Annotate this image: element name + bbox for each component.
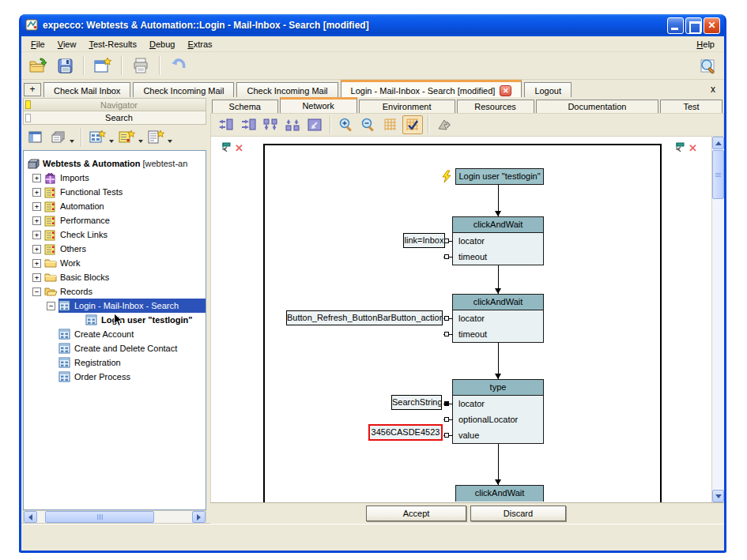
scroll-left-icon[interactable]	[24, 511, 37, 523]
pin-icon[interactable]	[444, 316, 449, 321]
delete-icon[interactable]: ✕	[235, 143, 243, 153]
canvas-v-scrollbar[interactable]	[711, 137, 724, 502]
step-block-clickandwait-1[interactable]: clickAndWait locator timeout	[452, 216, 544, 265]
search-bar[interactable]: Search	[23, 111, 206, 125]
editor-tab-environment[interactable]: Environment	[359, 100, 455, 113]
tree-item-main[interactable]: Create Account	[58, 327, 206, 341]
menu-help[interactable]: Help	[690, 38, 721, 51]
tree-item-main[interactable]: Webtests & Automation [webtest-an	[27, 156, 206, 171]
scroll-down-icon[interactable]	[712, 490, 724, 502]
tree-item[interactable]: Registration	[24, 355, 206, 370]
minimize-button[interactable]	[667, 17, 684, 34]
pin-icon[interactable]	[444, 417, 449, 422]
tree-item[interactable]: +Check Links	[24, 227, 206, 242]
pin-value-label-highlighted[interactable]: 3456CASDE4523	[368, 424, 443, 441]
pin-icon[interactable]	[444, 433, 449, 438]
undo-icon[interactable]	[167, 54, 191, 77]
new-document-dropdown-icon[interactable]	[168, 140, 172, 143]
step-block-clickandwait-2[interactable]: clickAndWait locator timeout	[452, 294, 544, 343]
tree-item[interactable]: Create and Delete Contact	[24, 341, 206, 355]
document-tab[interactable]: Logout	[524, 82, 572, 97]
new-document-icon[interactable]	[146, 128, 167, 147]
document-tab[interactable]: Login - Mail-Inbox - Search [modified]✕	[341, 80, 523, 97]
document-tab[interactable]: Check Incoming Mail	[236, 82, 338, 97]
tree-item[interactable]: +Automation	[24, 199, 206, 213]
step-block-type[interactable]: type locator optionalLocator value	[452, 379, 544, 444]
stamp-icon[interactable]	[434, 115, 455, 134]
tree-item-main[interactable]: Functional Tests	[44, 185, 206, 199]
save-icon[interactable]	[53, 54, 77, 77]
tabrow-close-button[interactable]: x	[711, 84, 722, 97]
tree-item-main[interactable]: Order Process	[58, 370, 206, 384]
tree-item[interactable]: +Basic Blocks	[24, 270, 206, 284]
layers-icon[interactable]	[48, 128, 69, 147]
search-icon[interactable]	[696, 54, 719, 77]
expand-icon[interactable]: +	[32, 259, 41, 268]
navigator-header[interactable]: Navigator	[23, 98, 206, 111]
tree-item[interactable]: −Login - Mail-Inbox - Search	[24, 299, 206, 313]
titlebar[interactable]: expecco: Webtests & Automation::Login - …	[21, 14, 724, 36]
export-pins-icon[interactable]	[282, 115, 303, 134]
pin-icon[interactable]	[444, 332, 449, 336]
navigator-h-scrollbar[interactable]	[23, 510, 206, 524]
expand-icon[interactable]: +	[32, 245, 41, 254]
panel-view-icon[interactable]	[25, 128, 46, 147]
delete-icon[interactable]: ✕	[689, 143, 697, 153]
print-icon[interactable]	[129, 54, 153, 77]
open-icon[interactable]	[26, 54, 50, 77]
layers-dropdown-icon[interactable]	[70, 140, 74, 143]
editor-tab-resources[interactable]: Resources	[457, 100, 534, 113]
pan-icon[interactable]	[674, 142, 685, 154]
snap-to-grid-icon[interactable]	[402, 115, 423, 134]
pin-icon[interactable]	[444, 401, 449, 406]
new-window-icon[interactable]	[91, 54, 115, 77]
network-canvas[interactable]: ✕ ✕	[210, 137, 724, 502]
document-tab[interactable]: Check Incoming Mail	[133, 82, 234, 97]
tree-item-main[interactable]: Login user "testlogin"	[85, 313, 206, 327]
expand-icon[interactable]: +	[32, 216, 41, 225]
menu-item[interactable]: Debug	[143, 38, 181, 51]
tree-item-main[interactable]: Registration	[58, 355, 206, 370]
new-testsuite-icon[interactable]	[88, 128, 108, 147]
scroll-right-icon[interactable]	[192, 511, 206, 523]
expand-icon[interactable]: +	[32, 174, 41, 182]
tree-item-main[interactable]: Automation	[44, 199, 206, 213]
tree-item[interactable]: Order Process	[24, 370, 206, 384]
editor-tab-schema[interactable]: Schema	[212, 100, 278, 113]
tree-item[interactable]: +Imports	[24, 171, 206, 185]
scroll-up-icon[interactable]	[712, 137, 724, 149]
pin-value-label[interactable]: Button_Refresh_ButtonBarButton_action	[286, 310, 443, 325]
fit-diagram-icon[interactable]	[304, 115, 325, 134]
menu-item[interactable]: File	[25, 38, 51, 51]
pin-value-label[interactable]: link=Inbox	[403, 233, 445, 248]
editor-tab-test[interactable]: Test	[660, 100, 722, 113]
tree-item-main[interactable]: Work	[44, 256, 206, 270]
tree-item-main[interactable]: Others	[44, 242, 206, 256]
new-testsuite-dropdown-icon[interactable]	[109, 140, 114, 143]
start-node[interactable]: Login user "testlogin"	[455, 168, 544, 185]
arrange-left-icon[interactable]	[216, 115, 236, 134]
collapse-icon[interactable]: −	[32, 288, 41, 296]
discard-button[interactable]: Discard	[470, 506, 566, 521]
zoom-out-icon[interactable]	[358, 115, 379, 134]
scroll-thumb[interactable]	[45, 511, 154, 523]
tree-item-main[interactable]: Records	[44, 284, 206, 299]
tree-item[interactable]: Webtests & Automation [webtest-an	[24, 156, 206, 171]
expand-icon[interactable]: +	[32, 202, 41, 211]
expand-icon[interactable]: +	[32, 231, 41, 239]
arrange-right-icon[interactable]	[238, 115, 258, 134]
tree-item-main[interactable]: Imports	[44, 171, 206, 185]
document-tab[interactable]: Check Mail Inbox	[43, 82, 130, 97]
search-collapse-handle[interactable]	[25, 114, 31, 122]
collapse-icon[interactable]: −	[47, 302, 55, 310]
navigator-collapse-handle[interactable]	[25, 100, 31, 109]
tree-item-main[interactable]: Login - Mail-Inbox - Search	[58, 299, 206, 313]
grid-icon[interactable]	[380, 115, 401, 134]
maximize-button[interactable]	[685, 17, 702, 34]
menu-item[interactable]: Extras	[181, 38, 218, 51]
new-testcase-dropdown-icon[interactable]	[138, 140, 143, 143]
tree-item[interactable]: +Others	[24, 242, 206, 256]
menu-item[interactable]: Test-Results	[82, 38, 143, 51]
new-testcase-icon[interactable]	[117, 128, 138, 147]
pan-icon[interactable]	[221, 142, 231, 154]
